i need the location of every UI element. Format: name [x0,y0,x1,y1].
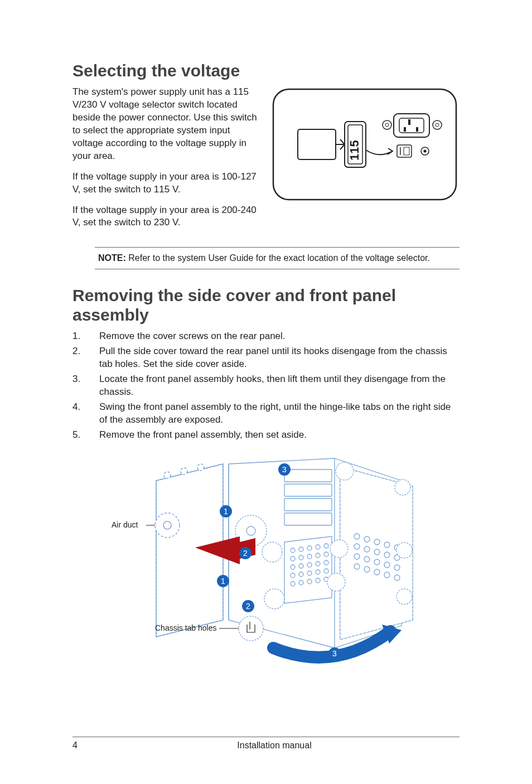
svg-rect-25 [284,484,332,496]
svg-point-5 [385,123,389,127]
svg-text:3: 3 [332,649,337,658]
svg-point-34 [299,555,303,560]
step-item: 5.Remove the front panel assembly, then … [72,429,460,442]
callout-1a: 1 [220,505,232,517]
svg-point-32 [324,544,328,548]
svg-point-38 [291,565,295,569]
step-number: 5. [72,429,99,442]
svg-point-65 [354,554,360,559]
step-text: Remove the front panel assembly, then se… [99,429,307,442]
svg-point-51 [316,578,320,583]
step-number: 4. [72,401,99,427]
svg-text:2: 2 [243,549,248,558]
svg-point-105 [395,480,410,495]
svg-text:1: 1 [224,507,228,516]
page-number: 4 [72,741,89,751]
svg-point-101 [239,616,263,641]
note-label: NOTE: [98,253,126,263]
svg-point-56 [364,536,370,542]
air-duct-label: Air duct [112,520,138,529]
step-number: 2. [72,345,99,371]
svg-point-66 [364,556,370,562]
page-footer: 4 Installation manual [72,737,460,751]
svg-point-72 [374,569,380,575]
callout-1b: 1 [217,575,229,587]
svg-text:3: 3 [282,465,287,474]
callout-3a: 3 [278,463,291,476]
step-text: Locate the front panel assembly hooks, t… [99,373,460,399]
svg-point-22 [181,468,187,475]
svg-point-33 [291,556,295,561]
section1-para2: If the voltage supply in your area is 10… [72,171,259,196]
svg-rect-24 [284,470,332,482]
step-number: 1. [72,330,99,343]
svg-point-49 [299,580,303,585]
psu-illustration: 115 [270,86,460,203]
svg-point-107 [396,589,412,604]
svg-point-50 [307,579,312,584]
svg-point-23 [197,464,204,471]
svg-point-29 [299,547,303,551]
svg-point-58 [384,542,390,548]
step-text: Remove the cover screws on the rear pane… [99,330,286,343]
svg-rect-9 [404,127,406,132]
svg-point-68 [384,562,390,568]
svg-point-74 [394,575,400,580]
svg-point-67 [374,559,380,565]
chassis-tab-holes-label: Chassis tab holes [155,623,217,632]
svg-rect-1 [298,129,336,159]
svg-point-39 [299,564,303,568]
svg-rect-8 [408,119,410,125]
svg-point-48 [291,582,295,586]
svg-rect-26 [284,499,332,511]
svg-point-21 [164,472,171,478]
svg-point-73 [384,572,390,578]
svg-rect-27 [284,513,332,525]
svg-rect-15 [404,147,409,155]
callout-2b: 2 [242,600,254,612]
svg-point-69 [394,565,400,570]
svg-point-55 [354,534,360,539]
footer-center-text: Installation manual [89,741,460,751]
svg-point-106 [396,543,412,558]
svg-point-41 [316,562,320,566]
section1-text-column: The system's power supply unit has a 115… [72,86,259,237]
step-text: Swing the front panel assembly to the ri… [99,401,460,427]
section1-para1: The system's power supply unit has a 115… [72,86,259,163]
svg-point-42 [324,560,328,565]
svg-point-71 [364,567,370,572]
step-item: 1.Remove the cover screws on the rear pa… [72,330,460,343]
step-number: 3. [72,373,99,399]
svg-point-102 [336,462,354,480]
svg-text:2: 2 [246,602,250,611]
svg-point-17 [424,150,427,153]
section1-title: Selecting the voltage [72,61,460,80]
voltage-switch-label: 115 [347,140,361,161]
steps-list: 1.Remove the cover screws on the rear pa… [72,330,460,442]
chassis-illustration: 1 1 2 2 3 3 [112,453,421,665]
svg-point-70 [354,564,360,569]
svg-point-100 [264,589,284,609]
svg-point-20 [163,521,171,529]
section1-row: The system's power supply unit has a 115… [72,86,460,237]
step-text: Pull the side cover toward the rear pane… [99,345,460,371]
svg-point-30 [307,546,312,550]
svg-text:1: 1 [221,577,225,585]
svg-point-36 [316,553,320,558]
svg-point-61 [364,546,370,552]
note-box: NOTE: Refer to the system User Guide for… [95,247,460,269]
svg-point-37 [324,552,328,556]
svg-point-46 [316,570,320,574]
callout-2a: 2 [239,547,252,559]
svg-point-31 [316,545,320,549]
step-item: 3.Locate the front panel assembly hooks,… [72,373,460,399]
svg-point-44 [299,572,303,577]
svg-point-104 [327,573,345,591]
svg-rect-10 [416,127,418,132]
svg-point-47 [324,569,328,573]
svg-point-43 [291,573,295,578]
page: Selecting the voltage The system's power… [0,0,532,784]
section1-para3: If the voltage supply in your area is 20… [72,204,259,230]
svg-point-99 [262,542,282,562]
step-item: 4.Swing the front panel assembly to the … [72,401,460,427]
